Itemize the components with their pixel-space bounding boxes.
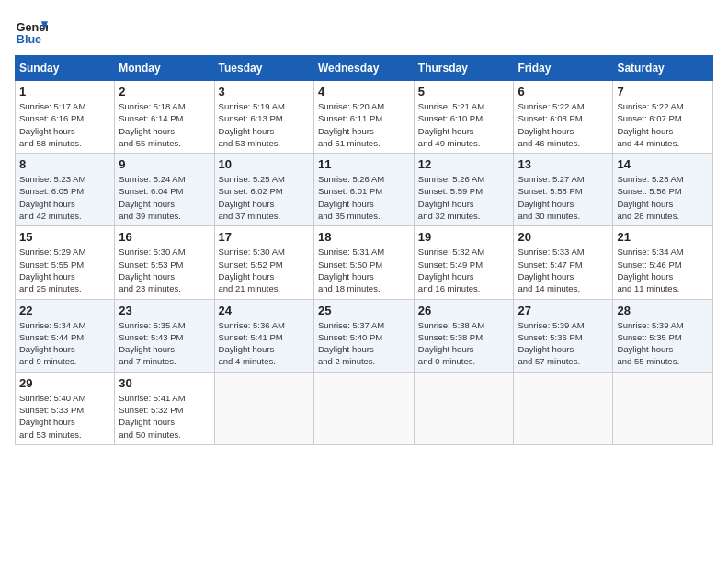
day-number: 13 xyxy=(518,157,609,171)
calendar-week-3: 15Sunrise: 5:29 AMSunset: 5:55 PMDayligh… xyxy=(16,226,713,299)
col-monday: Monday xyxy=(115,56,214,81)
calendar-week-2: 8Sunrise: 5:23 AMSunset: 6:05 PMDaylight… xyxy=(16,154,713,226)
day-number: 22 xyxy=(19,304,110,317)
table-row: 17Sunrise: 5:30 AMSunset: 5:52 PMDayligh… xyxy=(214,226,313,299)
day-number: 27 xyxy=(518,304,609,317)
day-number: 11 xyxy=(318,157,410,171)
day-detail: Sunrise: 5:40 AMSunset: 5:33 PMDaylight … xyxy=(19,392,110,441)
calendar-week-1: 1Sunrise: 5:17 AMSunset: 6:16 PMDaylight… xyxy=(16,81,713,154)
table-row: 12Sunrise: 5:26 AMSunset: 5:59 PMDayligh… xyxy=(414,154,514,226)
day-number: 16 xyxy=(119,230,210,244)
table-row: 13Sunrise: 5:27 AMSunset: 5:58 PMDayligh… xyxy=(514,154,613,226)
day-number: 3 xyxy=(219,85,310,98)
day-detail: Sunrise: 5:37 AMSunset: 5:40 PMDaylight … xyxy=(318,319,410,368)
table-row: 30Sunrise: 5:41 AMSunset: 5:32 PMDayligh… xyxy=(115,372,214,444)
day-number: 5 xyxy=(418,85,510,98)
table-row: 19Sunrise: 5:32 AMSunset: 5:49 PMDayligh… xyxy=(414,226,514,299)
day-number: 28 xyxy=(617,304,709,317)
col-tuesday: Tuesday xyxy=(214,56,313,81)
table-row: 7Sunrise: 5:22 AMSunset: 6:07 PMDaylight… xyxy=(613,81,713,154)
table-row: 16Sunrise: 5:30 AMSunset: 5:53 PMDayligh… xyxy=(115,226,214,299)
day-detail: Sunrise: 5:27 AMSunset: 5:58 PMDaylight … xyxy=(518,173,609,222)
day-number: 1 xyxy=(19,85,110,98)
day-number: 25 xyxy=(318,304,410,317)
day-detail: Sunrise: 5:19 AMSunset: 6:13 PMDaylight … xyxy=(219,100,310,149)
col-saturday: Saturday xyxy=(613,56,713,81)
table-row xyxy=(313,372,414,444)
day-detail: Sunrise: 5:35 AMSunset: 5:43 PMDaylight … xyxy=(119,319,210,368)
table-row: 22Sunrise: 5:34 AMSunset: 5:44 PMDayligh… xyxy=(16,299,115,372)
day-number: 23 xyxy=(119,304,210,317)
table-row: 18Sunrise: 5:31 AMSunset: 5:50 PMDayligh… xyxy=(313,226,414,299)
day-detail: Sunrise: 5:25 AMSunset: 6:02 PMDaylight … xyxy=(219,173,310,222)
table-row: 28Sunrise: 5:39 AMSunset: 5:35 PMDayligh… xyxy=(613,299,713,372)
day-detail: Sunrise: 5:22 AMSunset: 6:07 PMDaylight … xyxy=(617,100,709,149)
day-number: 10 xyxy=(219,157,310,171)
day-detail: Sunrise: 5:30 AMSunset: 5:52 PMDaylight … xyxy=(219,246,310,294)
table-row: 10Sunrise: 5:25 AMSunset: 6:02 PMDayligh… xyxy=(214,154,313,226)
day-detail: Sunrise: 5:18 AMSunset: 6:14 PMDaylight … xyxy=(119,100,210,149)
day-detail: Sunrise: 5:17 AMSunset: 6:16 PMDaylight … xyxy=(19,100,110,149)
day-number: 7 xyxy=(617,85,709,98)
col-friday: Friday xyxy=(514,56,613,81)
table-row: 26Sunrise: 5:38 AMSunset: 5:38 PMDayligh… xyxy=(414,299,514,372)
table-row xyxy=(414,372,514,444)
calendar-table: Sunday Monday Tuesday Wednesday Thursday… xyxy=(15,55,713,445)
day-detail: Sunrise: 5:22 AMSunset: 6:08 PMDaylight … xyxy=(518,100,609,149)
day-detail: Sunrise: 5:39 AMSunset: 5:35 PMDaylight … xyxy=(617,319,709,368)
day-number: 8 xyxy=(19,157,110,171)
col-sunday: Sunday xyxy=(16,56,115,81)
table-row: 15Sunrise: 5:29 AMSunset: 5:55 PMDayligh… xyxy=(16,226,115,299)
table-row: 2Sunrise: 5:18 AMSunset: 6:14 PMDaylight… xyxy=(115,81,214,154)
table-row: 4Sunrise: 5:20 AMSunset: 6:11 PMDaylight… xyxy=(313,81,414,154)
table-row: 14Sunrise: 5:28 AMSunset: 5:56 PMDayligh… xyxy=(613,154,713,226)
table-row: 11Sunrise: 5:26 AMSunset: 6:01 PMDayligh… xyxy=(313,154,414,226)
day-number: 4 xyxy=(318,85,410,98)
day-number: 15 xyxy=(19,230,110,244)
day-number: 17 xyxy=(219,230,310,244)
day-number: 14 xyxy=(617,157,709,171)
table-row: 6Sunrise: 5:22 AMSunset: 6:08 PMDaylight… xyxy=(514,81,613,154)
day-number: 20 xyxy=(518,230,609,244)
day-detail: Sunrise: 5:32 AMSunset: 5:49 PMDaylight … xyxy=(418,246,510,294)
table-row xyxy=(613,372,713,444)
day-number: 2 xyxy=(119,85,210,98)
day-detail: Sunrise: 5:41 AMSunset: 5:32 PMDaylight … xyxy=(119,392,210,441)
table-row: 24Sunrise: 5:36 AMSunset: 5:41 PMDayligh… xyxy=(214,299,313,372)
day-detail: Sunrise: 5:21 AMSunset: 6:10 PMDaylight … xyxy=(418,100,510,149)
day-detail: Sunrise: 5:28 AMSunset: 5:56 PMDaylight … xyxy=(617,173,709,222)
table-row: 8Sunrise: 5:23 AMSunset: 6:05 PMDaylight… xyxy=(16,154,115,226)
day-number: 24 xyxy=(219,304,310,317)
day-detail: Sunrise: 5:34 AMSunset: 5:44 PMDaylight … xyxy=(19,319,110,368)
day-detail: Sunrise: 5:26 AMSunset: 6:01 PMDaylight … xyxy=(318,173,410,222)
calendar-week-5: 29Sunrise: 5:40 AMSunset: 5:33 PMDayligh… xyxy=(16,372,713,444)
table-row: 29Sunrise: 5:40 AMSunset: 5:33 PMDayligh… xyxy=(16,372,115,444)
table-row xyxy=(514,372,613,444)
day-number: 6 xyxy=(518,85,609,98)
col-thursday: Thursday xyxy=(414,56,514,81)
day-detail: Sunrise: 5:31 AMSunset: 5:50 PMDaylight … xyxy=(318,246,410,294)
table-row: 3Sunrise: 5:19 AMSunset: 6:13 PMDaylight… xyxy=(214,81,313,154)
day-number: 18 xyxy=(318,230,410,244)
day-detail: Sunrise: 5:33 AMSunset: 5:47 PMDaylight … xyxy=(518,246,609,294)
day-number: 30 xyxy=(119,376,210,390)
day-number: 26 xyxy=(418,304,510,317)
table-row xyxy=(214,372,313,444)
day-detail: Sunrise: 5:30 AMSunset: 5:53 PMDaylight … xyxy=(119,246,210,294)
day-number: 9 xyxy=(119,157,210,171)
day-number: 29 xyxy=(19,376,110,390)
table-row: 21Sunrise: 5:34 AMSunset: 5:46 PMDayligh… xyxy=(613,226,713,299)
svg-text:Blue: Blue xyxy=(17,33,41,46)
day-detail: Sunrise: 5:20 AMSunset: 6:11 PMDaylight … xyxy=(318,100,410,149)
table-row: 23Sunrise: 5:35 AMSunset: 5:43 PMDayligh… xyxy=(115,299,214,372)
day-detail: Sunrise: 5:38 AMSunset: 5:38 PMDaylight … xyxy=(418,319,510,368)
table-row: 20Sunrise: 5:33 AMSunset: 5:47 PMDayligh… xyxy=(514,226,613,299)
day-number: 21 xyxy=(617,230,709,244)
day-number: 12 xyxy=(418,157,510,171)
logo: General Blue xyxy=(15,15,48,48)
logo-icon: General Blue xyxy=(15,15,48,48)
day-detail: Sunrise: 5:36 AMSunset: 5:41 PMDaylight … xyxy=(219,319,310,368)
day-detail: Sunrise: 5:29 AMSunset: 5:55 PMDaylight … xyxy=(19,246,110,294)
calendar-week-4: 22Sunrise: 5:34 AMSunset: 5:44 PMDayligh… xyxy=(16,299,713,372)
table-row: 9Sunrise: 5:24 AMSunset: 6:04 PMDaylight… xyxy=(115,154,214,226)
